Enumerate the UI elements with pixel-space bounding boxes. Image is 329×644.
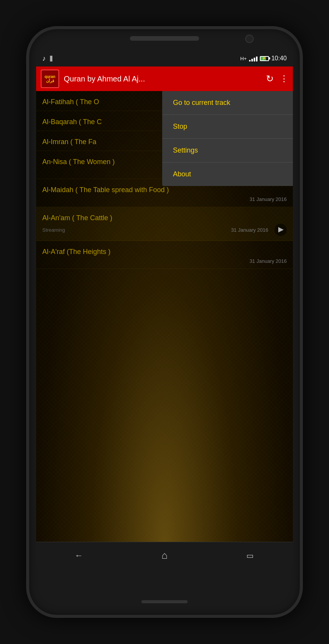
dropdown-menu: Go to current track Stop Settings About: [162, 91, 293, 186]
nav-bar: ← ⌂ ▭: [36, 542, 293, 569]
track-list: Al-Fatihah ( The O Al-Baqarah ( The C Al…: [36, 91, 293, 542]
app-title: Quran by Ahmed Al Aj...: [64, 75, 261, 83]
signal-bar-1: [249, 60, 251, 61]
clock: 10:40: [271, 55, 287, 62]
header-icons: ↻ ⋮: [266, 73, 288, 84]
status-bar: ♪ ||| H+ ⚡ 10:40: [36, 50, 293, 66]
status-left: ♪ |||: [42, 55, 52, 63]
menu-item-go-to-current[interactable]: Go to current track: [162, 91, 293, 115]
back-icon: ←: [75, 551, 83, 561]
music-icon: ♪: [42, 55, 46, 63]
app-logo: quran قرآن: [41, 70, 59, 88]
screen: ♪ ||| H+ ⚡ 10:40: [36, 50, 293, 569]
battery-fill: ⚡: [261, 57, 266, 60]
phone-frame: ♪ ||| H+ ⚡ 10:40: [26, 26, 303, 618]
phone-top-bar: [130, 36, 199, 41]
signal-bar-4: [256, 56, 258, 61]
battery-icon: ⚡: [260, 56, 269, 61]
signal-bar-2: [251, 59, 253, 61]
home-button[interactable]: ⌂: [153, 548, 176, 563]
menu-item-about[interactable]: About: [162, 163, 293, 186]
signal-bars: [249, 55, 258, 61]
recents-button[interactable]: ▭: [239, 548, 262, 563]
menu-item-stop[interactable]: Stop: [162, 115, 293, 139]
app-header: quran قرآن Quran by Ahmed Al Aj... ↻ ⋮: [36, 66, 293, 91]
hplus-indicator: H+: [240, 56, 247, 61]
signal-bar-3: [254, 58, 255, 61]
phone-bottom-bar: [141, 600, 188, 603]
recents-icon: ▭: [246, 551, 254, 560]
home-icon: ⌂: [161, 549, 168, 561]
refresh-icon[interactable]: ↻: [266, 73, 274, 84]
more-menu-icon[interactable]: ⋮: [280, 74, 288, 84]
phone-outer: ♪ ||| H+ ⚡ 10:40: [0, 0, 329, 644]
back-button[interactable]: ←: [67, 548, 90, 563]
menu-item-settings[interactable]: Settings: [162, 139, 293, 163]
dropdown-overlay: Go to current track Stop Settings About: [36, 91, 293, 542]
battery-bolt: ⚡: [262, 56, 266, 60]
logo-text: quran قرآن: [45, 75, 55, 83]
phone-camera: [245, 35, 254, 43]
eq-icon: |||: [50, 55, 52, 62]
status-right: H+ ⚡ 10:40: [240, 55, 287, 62]
